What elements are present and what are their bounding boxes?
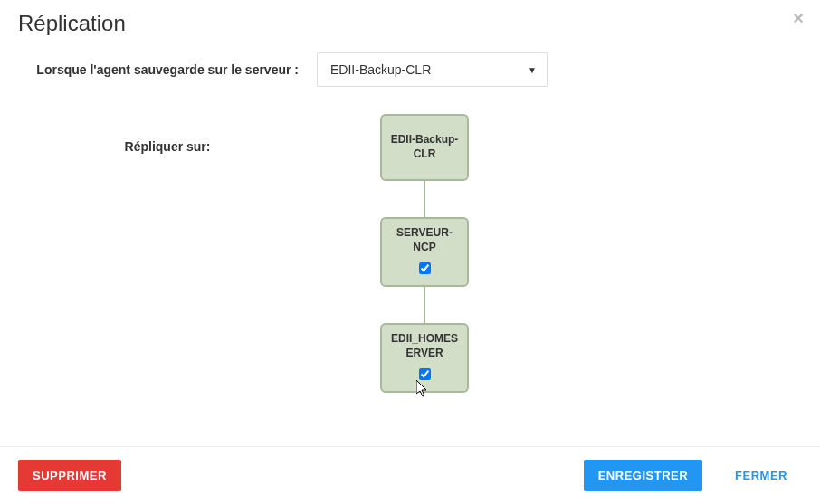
tree-node-root[interactable]: EDII-Backup-CLR: [380, 114, 469, 181]
delete-button[interactable]: SUPPRIMER: [18, 460, 121, 491]
replicate-label: Répliquer sur:: [18, 114, 317, 154]
tree-node-child[interactable]: EDII_HOMESERVER: [380, 323, 469, 393]
close-button[interactable]: FERMER: [720, 460, 802, 491]
tree-node-label: EDII_HOMESERVER: [387, 332, 462, 360]
page-title: Réplication: [18, 11, 802, 36]
source-server-select[interactable]: EDII-Backup-CLR: [317, 52, 548, 87]
tree-node-checkbox[interactable]: [419, 368, 431, 380]
tree-node-child[interactable]: SERVEUR-NCP: [380, 217, 469, 287]
tree-connector: [424, 181, 425, 217]
tree-node-label: SERVEUR-NCP: [387, 226, 462, 254]
save-button[interactable]: ENREGISTRER: [584, 460, 702, 491]
tree-node-label: EDII-Backup-CLR: [387, 133, 462, 161]
source-server-label: Lorsque l'agent sauvegarde sur le serveu…: [18, 62, 317, 77]
replication-tree: EDII-Backup-CLR SERVEUR-NCP EDII_HOMESER…: [380, 114, 469, 393]
tree-node-checkbox[interactable]: [419, 262, 431, 274]
close-icon[interactable]: ×: [793, 9, 804, 27]
tree-connector: [424, 287, 425, 323]
